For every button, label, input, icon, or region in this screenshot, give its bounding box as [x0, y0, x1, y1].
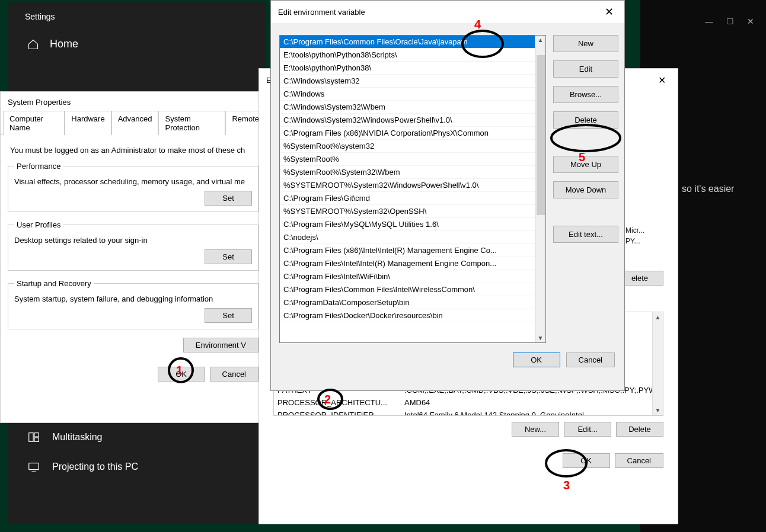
- userprof-settings-button[interactable]: Set: [205, 249, 252, 264]
- sysvar-name: PROCESSOR_ARCHITECTU...: [277, 398, 396, 407]
- path-browse-button[interactable]: Browse...: [553, 86, 618, 103]
- multitasking-icon: [27, 431, 40, 444]
- svg-rect-1: [29, 433, 33, 442]
- group-performance: Performance Visual effects, processor sc…: [8, 162, 258, 212]
- path-edit-button[interactable]: Edit: [553, 60, 618, 78]
- scroll-down-icon[interactable]: ▼: [655, 405, 661, 415]
- envwin-ok-button[interactable]: OK: [563, 453, 610, 468]
- svg-rect-4: [29, 463, 39, 470]
- path-item[interactable]: C:\Windows\System32\Wbem: [280, 101, 545, 114]
- path-list[interactable]: C:\Program Files\Common Files\Oracle\Jav…: [279, 35, 546, 343]
- path-item[interactable]: %SYSTEMROOT%\System32\WindowsPowerShell\…: [280, 179, 545, 192]
- sysvar-name: PROCESSOR_IDENTIFIER: [277, 411, 396, 416]
- svg-rect-3: [34, 438, 39, 441]
- path-item[interactable]: C:\nodejs\: [280, 231, 545, 244]
- maximize-icon[interactable]: ☐: [726, 17, 734, 26]
- system-properties-window: System Properties Computer Name Hardware…: [0, 91, 266, 423]
- dark-window-frame: — ☐ ✕: [640, 12, 766, 31]
- peek-row: PY...: [625, 236, 672, 246]
- path-item[interactable]: %SystemRoot%\System32\Wbem: [280, 166, 545, 179]
- path-delete-button[interactable]: Delete: [553, 111, 618, 129]
- path-movedown-button[interactable]: Move Down: [553, 181, 618, 198]
- sysvars-delete-button[interactable]: Delete: [616, 422, 663, 437]
- sidebar-item-label: Multitasking: [52, 432, 102, 443]
- sysvar-scrollbar[interactable]: ▲ ▼: [652, 312, 663, 415]
- path-moveup-button[interactable]: Move Up: [553, 156, 618, 173]
- sysprops-admin-text: You must be logged on as an Administrato…: [10, 146, 257, 155]
- pathlist-scrollbar[interactable]: ▲ ▼: [535, 36, 545, 342]
- sysvar-row[interactable]: PROCESSOR_ARCHITECTU...AMD64: [274, 396, 663, 409]
- sysvars-new-button[interactable]: New...: [512, 422, 559, 437]
- path-item[interactable]: C:\Program Files\Intel\WiFi\bin\: [280, 270, 545, 283]
- scroll-up-icon[interactable]: ▲: [538, 36, 544, 44]
- path-item[interactable]: %SystemRoot%: [280, 153, 545, 166]
- group-performance-legend: Performance: [14, 162, 63, 171]
- group-startup-legend: Startup and Recovery: [14, 279, 94, 288]
- path-item[interactable]: %SystemRoot%\system32: [280, 140, 545, 153]
- path-item[interactable]: E:\tools\python\Python38\: [280, 62, 545, 75]
- path-item[interactable]: C:\Program Files\MySQL\MySQL Utilities 1…: [280, 218, 545, 231]
- user-var-peek: Micr... PY...: [625, 118, 672, 246]
- tab-advanced[interactable]: Advanced: [111, 111, 159, 135]
- path-item[interactable]: C:\Program Files\Docker\Docker\resources…: [280, 309, 545, 322]
- scroll-down-icon[interactable]: ▼: [538, 334, 544, 342]
- tab-computer-name[interactable]: Computer Name: [3, 111, 65, 135]
- editdlg-cancel-button[interactable]: Cancel: [566, 352, 615, 367]
- group-userprof-legend: User Profiles: [14, 220, 63, 229]
- settings-home[interactable]: Home: [8, 27, 266, 60]
- editdlg-titlebar: Edit environment variable ✕: [271, 1, 624, 23]
- environment-variables-button[interactable]: Environment V: [183, 338, 258, 352]
- sysprops-ok-button[interactable]: OK: [158, 367, 205, 382]
- scroll-up-icon[interactable]: ▲: [655, 312, 661, 322]
- path-item[interactable]: C:\Windows\system32: [280, 75, 545, 88]
- home-icon: [27, 39, 39, 50]
- path-item[interactable]: C:\Windows\System32\WindowsPowerShell\v1…: [280, 114, 545, 127]
- sysprops-tabs: Computer Name Hardware Advanced System P…: [1, 110, 266, 135]
- settings-title: Settings: [8, 2, 266, 27]
- svg-rect-2: [34, 433, 39, 437]
- userprof-desc: Desktop settings related to your sign-in: [14, 236, 252, 245]
- path-item[interactable]: C:\Program Files\Git\cmd: [280, 192, 545, 205]
- editdlg-close-icon[interactable]: ✕: [599, 4, 620, 20]
- sysprops-title: System Properties: [1, 92, 266, 110]
- close-icon[interactable]: ✕: [747, 17, 754, 26]
- sidebar-item-projecting[interactable]: Projecting to this PC: [8, 452, 266, 482]
- path-new-button[interactable]: New: [553, 35, 618, 52]
- startup-desc: System startup, system failure, and debu…: [14, 294, 252, 303]
- peek-row: Micr...: [625, 225, 672, 236]
- path-item[interactable]: C:\Program Files (x86)\Intel\Intel(R) Ma…: [280, 244, 545, 257]
- path-item[interactable]: C:\Program Files\Common Files\Intel\Wire…: [280, 283, 545, 296]
- tab-system-protection[interactable]: System Protection: [158, 111, 225, 135]
- projecting-icon: [27, 460, 40, 473]
- editdlg-side-buttons: New Edit Browse... Delete Move Up Move D…: [553, 35, 618, 343]
- performance-desc: Visual effects, processor scheduling, me…: [14, 177, 252, 186]
- sysvar-row[interactable]: PROCESSOR_IDENTIFIERIntel64 Family 6 Mod…: [274, 409, 663, 416]
- path-item[interactable]: C:\Program Files\Common Files\Oracle\Jav…: [280, 36, 545, 49]
- sysvar-value: AMD64: [404, 398, 659, 407]
- sysprops-cancel-button[interactable]: Cancel: [210, 367, 258, 382]
- sysvar-value: Intel64 Family 6 Model 142 Stepping 9, G…: [404, 411, 659, 416]
- tab-hardware[interactable]: Hardware: [65, 111, 111, 135]
- editdlg-ok-button[interactable]: OK: [513, 352, 560, 367]
- settings-home-label: Home: [50, 38, 78, 50]
- path-item[interactable]: C:\Program Files (x86)\NVIDIA Corporatio…: [280, 127, 545, 140]
- path-item[interactable]: C:\Windows: [280, 88, 545, 101]
- path-item[interactable]: C:\ProgramData\ComposerSetup\bin: [280, 296, 545, 309]
- editdlg-title: Edit environment variable: [278, 8, 365, 17]
- path-item[interactable]: E:\tools\python\Python38\Scripts\: [280, 49, 545, 62]
- envwin-cancel-button[interactable]: Cancel: [615, 453, 663, 468]
- group-startup-recovery: Startup and Recovery System startup, sys…: [8, 279, 258, 329]
- performance-settings-button[interactable]: Set: [205, 191, 252, 206]
- path-item[interactable]: C:\Program Files\Intel\Intel(R) Manageme…: [280, 257, 545, 270]
- sidebar-item-label: Projecting to this PC: [52, 462, 138, 472]
- minimize-icon[interactable]: —: [705, 17, 713, 26]
- background-text: so it's easier: [682, 184, 734, 194]
- startup-settings-button[interactable]: Set: [205, 308, 252, 323]
- path-item[interactable]: %SYSTEMROOT%\System32\OpenSSH\: [280, 205, 545, 218]
- scrollbar-thumb[interactable]: [537, 55, 545, 215]
- sysvars-edit-button[interactable]: Edit...: [564, 422, 611, 437]
- path-edittext-button[interactable]: Edit text...: [553, 226, 618, 243]
- edit-env-var-dialog: Edit environment variable ✕ C:\Program F…: [270, 0, 625, 391]
- envwin-close-icon[interactable]: ✕: [652, 73, 672, 87]
- sidebar-item-multitasking[interactable]: Multitasking: [8, 422, 266, 452]
